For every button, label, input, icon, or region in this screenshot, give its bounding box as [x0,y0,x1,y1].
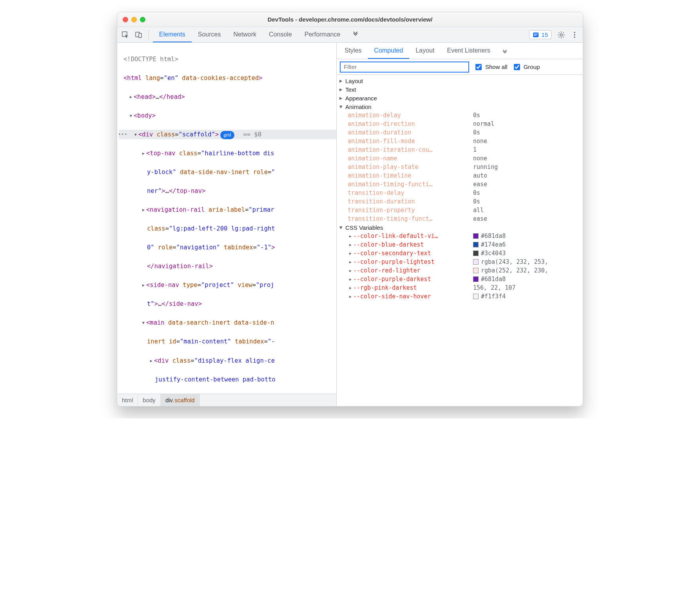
filter-bar: Show all Group [337,59,583,75]
computed-prop[interactable]: animation-delay0s [337,111,583,120]
tab-console[interactable]: Console [263,27,298,42]
tab-sources[interactable]: Sources [192,27,227,42]
computed-prop[interactable]: animation-timing-functi…ease [337,180,583,189]
panel-tabs: Elements Sources Network Console Perform… [153,27,361,42]
breadcrumb-body[interactable]: body [138,394,161,406]
settings-icon[interactable] [555,29,567,41]
css-variable[interactable]: ▸--color-side-nav-hover#f1f3f4 [337,292,583,301]
more-subtabs-icon[interactable] [499,45,511,57]
inspect-element-icon[interactable] [120,29,131,41]
tab-network[interactable]: Network [227,27,263,42]
svg-point-8 [574,34,575,35]
computed-prop[interactable]: animation-fill-modenone [337,137,583,145]
filter-input[interactable] [340,62,469,73]
group-checkbox[interactable]: Group [512,63,540,71]
breadcrumb: html body div.scaffold [117,394,336,406]
window-titlebar: DevTools - developer.chrome.com/docs/dev… [117,12,583,27]
group-text[interactable]: ▸Text [337,85,583,94]
window-close-button[interactable] [123,17,128,22]
css-variable[interactable]: ▸--color-purple-darkest#681da8 [337,275,583,283]
computed-tree[interactable]: ▸Layout ▸Text ▸Appearance ▾Animation ani… [337,75,583,406]
main-toolbar: Elements Sources Network Console Perform… [117,27,583,43]
computed-prop[interactable]: transition-propertyall [337,206,583,214]
computed-prop[interactable]: animation-duration0s [337,128,583,137]
svg-rect-2 [139,33,141,38]
computed-prop[interactable]: transition-timing-funct…ease [337,214,583,223]
computed-prop[interactable]: animation-timelineauto [337,171,583,180]
subtab-layout[interactable]: Layout [409,43,441,59]
group-layout[interactable]: ▸Layout [337,76,583,85]
computed-prop[interactable]: animation-directionnormal [337,120,583,128]
css-variable[interactable]: ▸--color-red-lighterrgba(252, 232, 230, [337,266,583,275]
tab-performance[interactable]: Performance [298,27,347,42]
window-title: DevTools - developer.chrome.com/docs/dev… [117,16,583,23]
subtab-styles[interactable]: Styles [338,43,368,59]
group-css-variables[interactable]: ▾CSS Variables [337,223,583,232]
kebab-menu-icon[interactable] [569,29,580,41]
selected-node[interactable]: •••▾<div class="scaffold">grid == $0 [119,130,336,139]
computed-prop[interactable]: transition-delay0s [337,189,583,197]
svg-point-6 [560,34,562,36]
dom-tree[interactable]: <!DOCTYPE html> <html lang="en" data-coo… [117,43,336,394]
subtab-event-listeners[interactable]: Event Listeners [441,43,496,59]
toolbar-separator [149,30,149,40]
svg-rect-4 [534,34,538,35]
svg-rect-5 [534,35,537,36]
styles-sidebar: Styles Computed Layout Event Listeners S… [337,43,583,406]
breadcrumb-selected[interactable]: div.scaffold [161,394,200,406]
breadcrumb-html[interactable]: html [117,394,138,406]
css-variable[interactable]: ▸--color-secondary-text#3c4043 [337,249,583,258]
window-zoom-button[interactable] [140,17,145,22]
traffic-lights [117,17,145,22]
elements-panel: <!DOCTYPE html> <html lang="en" data-coo… [117,43,337,406]
group-appearance[interactable]: ▸Appearance [337,94,583,102]
computed-prop[interactable]: animation-play-staterunning [337,163,583,171]
doctype: <!DOCTYPE html> [123,56,178,63]
css-variable[interactable]: ▸--color-blue-darkest#174ea6 [337,240,583,249]
issues-button[interactable]: 15 [529,30,551,39]
computed-prop[interactable]: animation-namenone [337,154,583,163]
device-mode-icon[interactable] [133,29,145,41]
subtab-computed[interactable]: Computed [368,43,410,59]
grid-badge[interactable]: grid [220,131,234,139]
css-variable[interactable]: ▸--color-link-default-vi…#681da8 [337,232,583,240]
window-minimize-button[interactable] [131,17,137,22]
computed-prop[interactable]: animation-iteration-cou…1 [337,145,583,154]
css-variable[interactable]: ▸--color-purple-lightestrgba(243, 232, 2… [337,258,583,266]
show-all-checkbox[interactable]: Show all [474,63,508,71]
svg-point-9 [574,36,575,38]
css-variable[interactable]: ▸--rgb-pink-darkest156, 22, 107 [337,283,583,292]
svg-point-7 [574,32,575,33]
sidebar-tabs: Styles Computed Layout Event Listeners [337,43,583,59]
computed-prop[interactable]: transition-duration0s [337,197,583,206]
tab-elements[interactable]: Elements [153,27,192,42]
devtools-window: DevTools - developer.chrome.com/docs/dev… [117,12,583,407]
panel-content: <!DOCTYPE html> <html lang="en" data-coo… [117,43,583,406]
issues-count-label: 15 [541,31,548,38]
more-tabs-icon[interactable] [350,27,361,39]
group-animation[interactable]: ▾Animation [337,102,583,111]
